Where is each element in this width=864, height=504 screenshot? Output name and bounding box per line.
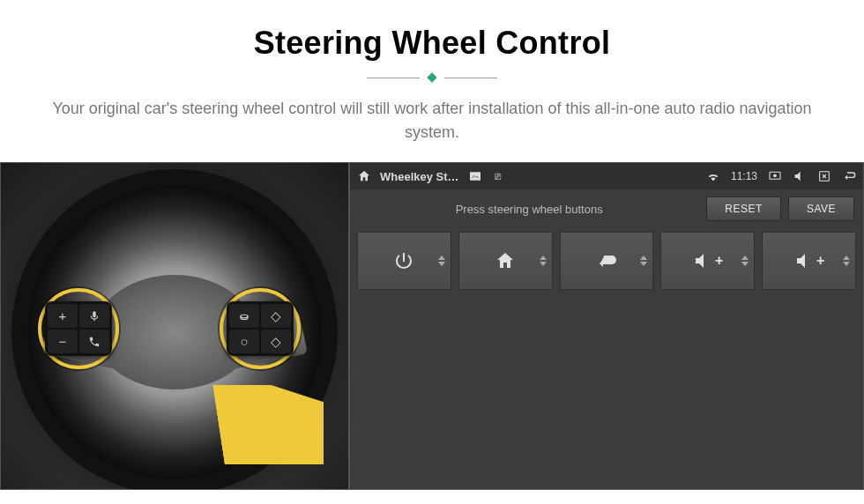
instruction-bar: Press steering wheel buttons RESET SAVE (350, 189, 863, 228)
instruction-text: Press steering wheel buttons (359, 203, 699, 216)
power-tile[interactable] (357, 232, 451, 290)
clock: 11:13 (731, 170, 757, 182)
divider (35, 74, 829, 81)
save-button[interactable]: SAVE (788, 196, 854, 221)
wheel-button-cluster-left: + − (38, 288, 119, 369)
status-bar: Wheelkey St… ⎚ 11:13 (350, 163, 863, 189)
usb-icon: ⎚ (491, 169, 505, 183)
phone-icon (79, 330, 109, 353)
vol-up-tile-1[interactable]: + (660, 232, 755, 290)
wifi-icon (706, 169, 720, 183)
back-tile[interactable] (560, 232, 654, 290)
app-title: Wheelkey St… (380, 170, 459, 183)
source-icon (229, 304, 259, 328)
home-icon (495, 250, 516, 271)
minus-icon: − (48, 330, 78, 353)
close-app-icon[interactable] (817, 169, 831, 183)
circle-icon: ○ (229, 330, 259, 353)
power-icon (393, 250, 414, 271)
home-tile[interactable] (458, 232, 553, 290)
vol-up-tile-2[interactable]: + (762, 232, 856, 290)
mute-icon[interactable] (793, 169, 807, 183)
svg-point-0 (241, 315, 248, 318)
screen-body (350, 293, 863, 489)
page-title: Steering Wheel Control (35, 25, 829, 62)
reset-button[interactable]: RESET (706, 196, 781, 221)
image-icon (468, 169, 482, 183)
page-subtitle: Your original car's steering wheel contr… (35, 97, 829, 145)
back-icon[interactable] (842, 169, 856, 183)
svg-rect-1 (470, 172, 480, 180)
cast-icon[interactable] (768, 169, 782, 183)
svg-point-3 (774, 174, 777, 177)
home-nav-icon[interactable] (357, 169, 371, 183)
headunit-screen: Wheelkey St… ⎚ 11:13 (349, 162, 864, 490)
return-icon (596, 250, 617, 271)
volume-up-icon: + (692, 250, 723, 271)
diamond-icon: ◇ (261, 304, 291, 328)
voice-icon (79, 304, 109, 328)
plus-icon: + (48, 304, 78, 328)
wheel-button-cluster-right: ◇ ○ ◇ (220, 288, 301, 369)
steering-wheel-image: + − ◇ ○ ◇ (0, 162, 349, 490)
diamond2-icon: ◇ (261, 330, 291, 353)
volume-up-icon: + (793, 250, 824, 271)
